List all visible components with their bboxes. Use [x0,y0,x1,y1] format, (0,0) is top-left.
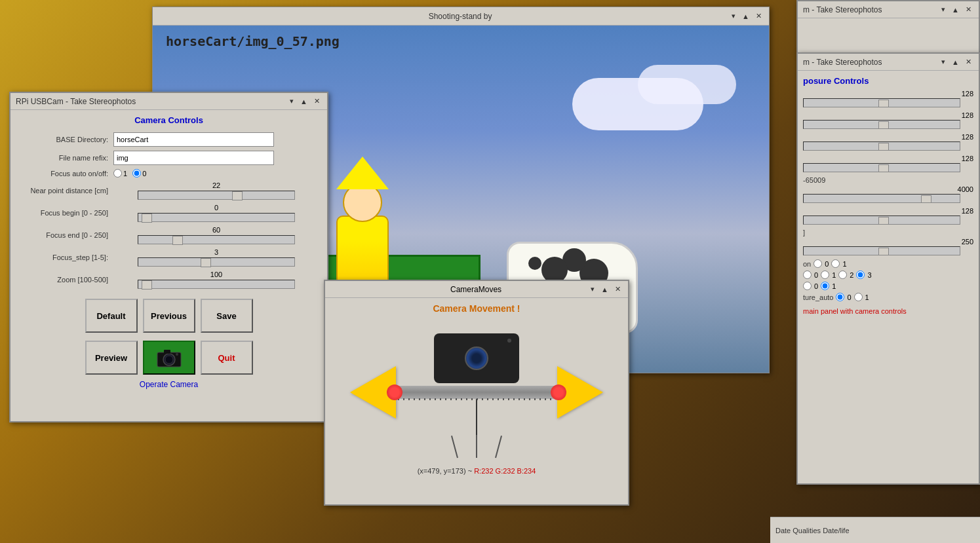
focus-begin-slider-thumb[interactable] [142,214,152,223]
exp-fa-radio-1[interactable] [854,293,863,301]
exp-radio-row-fixture: ture_auto 0 1 [803,293,973,301]
base-dir-row: BASE Directory: [16,130,322,149]
focus-step-row: Focus_step [1-5]: 3 [16,246,322,269]
filename-input[interactable] [113,151,274,165]
operate-camera-label: Operate Camera [16,380,322,389]
focus-auto-radio-1: 1 [113,169,127,178]
camera-movement-label: Camera Movement ! [330,303,623,314]
exp-slider-1-thumb[interactable] [878,100,889,107]
exp-n-radio-2[interactable] [838,271,847,279]
shooting-window-controls: ▾ ▲ ✕ [730,11,764,21]
exp-slider-4-track[interactable] [803,163,960,172]
previous-button[interactable]: Previous [143,299,195,333]
exp-slider-row-2: 128 [803,111,973,129]
rpi2-close-btn[interactable]: ✕ [964,5,973,14]
focus-end-slider-track[interactable] [138,235,295,244]
near-point-slider-track[interactable] [138,191,295,200]
focus-step-label: Focus_step [1-5]: [16,246,111,269]
exp-slider-2-track[interactable] [803,120,960,129]
preview-button[interactable]: Preview [85,341,138,375]
cameramoves-close-btn[interactable]: ✕ [613,284,623,294]
rpi2-maximize-btn[interactable]: ▲ [950,5,961,14]
focus-auto-radio-0-input[interactable] [132,169,141,178]
exposure-window: m - Take Stereophotos ▾ ▲ ✕ posure Contr… [796,52,980,485]
main-panel-link[interactable]: main panel with camera controls [803,307,907,315]
exp-slider-row-4: 128 [803,155,973,172]
exp-slider-7-value: 250 [803,238,973,246]
filename-label: File name refix: [16,149,111,167]
exp-slider-1-track[interactable] [803,98,960,107]
camera-button[interactable] [143,341,195,375]
rpi-maximize-btn[interactable]: ▲ [298,97,309,106]
exp-on-radio-0[interactable] [813,259,822,268]
focus-auto-label: Focus auto on/off: [16,167,111,179]
zoom-slider-track[interactable] [138,280,295,289]
rpi-window: RPi USBCam - Take Stereophotos ▾ ▲ ✕ Cam… [9,92,328,422]
exposure-content: posure Controls 128 128 128 128 [798,71,979,321]
base-dir-label: BASE Directory: [16,130,111,149]
button-row-2: Preview Quit [16,341,322,375]
exp-slider-2-thumb[interactable] [878,121,889,129]
zoom-slider-thumb[interactable] [142,280,152,290]
exp-on-radio-1[interactable] [831,259,840,268]
base-dir-input[interactable] [113,132,274,147]
shooting-maximize-btn[interactable]: ▲ [740,12,751,21]
exp-y-radio-0-label: 0 [814,282,818,290]
exp-fa-radio-0[interactable] [836,293,844,301]
shooting-minimize-btn[interactable]: ▾ [730,11,737,21]
camera-icon [156,345,182,371]
exp-n-radio-3[interactable] [856,271,865,279]
focus-begin-label: Focus begin [0 - 250] [16,202,111,224]
exp-slider-1-value: 128 [803,90,973,98]
focus-step-slider-thumb[interactable] [201,258,211,267]
exp-slider-5-track[interactable] [803,194,960,203]
cameramoves-maximize-btn[interactable]: ▲ [599,285,610,294]
save-button[interactable]: Save [201,299,253,333]
focus-step-slider-container: 3 [113,248,319,267]
exp-fa-radio-1-label: 1 [865,293,869,301]
focus-step-slider-track[interactable] [138,257,295,267]
exp-slider-6-track[interactable] [803,215,960,225]
default-button[interactable]: Default [85,299,138,333]
tripod-leg-left [451,436,458,458]
exp-slider-3-track[interactable] [803,141,960,151]
exp-slider-5-value: 4000 [803,185,973,193]
shooting-close-btn[interactable]: ✕ [754,11,764,21]
focus-auto-radio-0-label: 0 [142,170,146,178]
coord-rgb: R:232 G:232 B:234 [474,467,536,475]
focus-auto-radio-1-input[interactable] [113,169,122,178]
rpi-titlebar: RPi USBCam - Take Stereophotos ▾ ▲ ✕ [10,93,327,110]
exposure-maximize-btn[interactable]: ▲ [950,58,961,67]
focus-end-slider-thumb[interactable] [172,236,183,245]
webcam-lens [465,346,488,370]
cameramoves-minimize-btn[interactable]: ▾ [589,284,597,294]
exp-slider-3-thumb[interactable] [878,143,889,151]
quit-button[interactable]: Quit [201,341,253,375]
exposure-close-btn[interactable]: ✕ [964,57,973,67]
near-point-slider-thumb[interactable] [232,191,243,200]
rpi2-minimize-btn[interactable]: ▾ [939,5,947,14]
focus-begin-slider-track[interactable] [138,213,295,222]
coord-xy: (x=479, y=173) ~ [418,467,472,475]
svg-rect-3 [164,350,170,354]
rpi-close-btn[interactable]: ✕ [312,96,322,106]
taskbar-bottom: Date Qualities Date/life [770,517,980,543]
exp-n-radio-0[interactable] [803,271,812,279]
focus-end-row: Focus end [0 - 250] 60 [16,224,322,246]
exp-slider-6-thumb[interactable] [878,217,889,225]
exp-y-radio-0[interactable] [803,282,812,290]
exp-slider-4-thumb[interactable] [878,164,889,172]
exposure-minimize-btn[interactable]: ▾ [939,57,947,67]
slider-knob-right [551,384,566,400]
rpi-minimize-btn[interactable]: ▾ [288,96,296,106]
exp-y-radio-1[interactable] [821,282,829,290]
camera-slide-area [330,320,623,464]
slider-rail-wrapper [395,384,559,399]
exp-n-radio-1[interactable] [821,271,829,279]
camera-on-slider [411,327,542,458]
exp-slider-7-thumb[interactable] [878,248,889,255]
exp-slider-7-track[interactable] [803,246,960,255]
slider-rail [395,386,559,399]
exp-slider-5-thumb[interactable] [921,195,931,203]
cameramoves-window: CameraMoves ▾ ▲ ✕ Camera Movement ! [324,280,629,506]
